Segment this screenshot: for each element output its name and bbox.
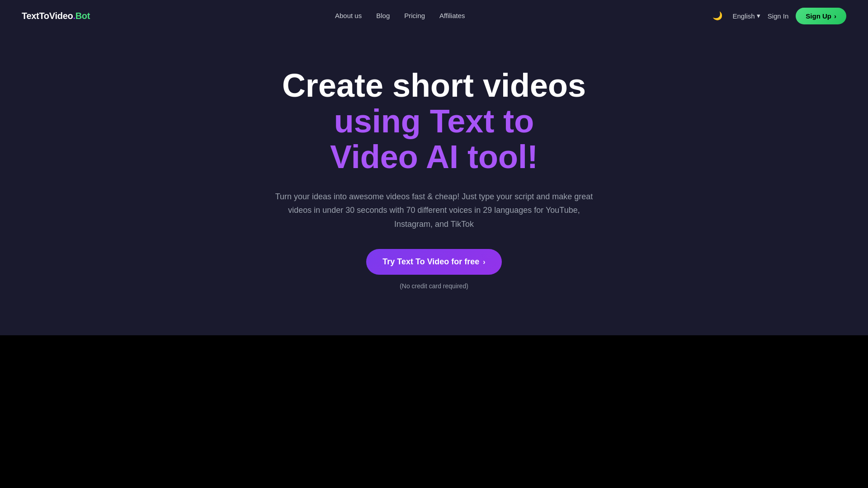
hero-subtitle: Turn your ideas into awesome videos fast… bbox=[271, 190, 597, 231]
video-card-4 bbox=[434, 335, 579, 488]
logo-bot: Bot bbox=[75, 11, 90, 21]
logo-text: TextToVideo bbox=[22, 11, 73, 21]
nav-right: 🌙 English ▾ Sign In Sign Up › bbox=[710, 8, 846, 24]
nav-links: About us Blog Pricing Affiliates bbox=[335, 12, 465, 20]
nav-blog[interactable]: Blog bbox=[376, 12, 390, 19]
navbar: TextToVideo.Bot About us Blog Pricing Af… bbox=[0, 0, 868, 32]
hero-title-line2: using Text to bbox=[334, 103, 534, 139]
video-card-5 bbox=[579, 335, 723, 488]
video-card-1 bbox=[0, 335, 145, 488]
hero-title-line3: Video AI tool! bbox=[330, 139, 538, 175]
no-credit-card-text: (No credit card required) bbox=[400, 282, 468, 290]
cta-label: Try Text To Video for free bbox=[382, 257, 479, 267]
moon-icon: 🌙 bbox=[712, 11, 722, 21]
hero-title-line1: Create short videos bbox=[282, 67, 586, 103]
nav-pricing[interactable]: Pricing bbox=[404, 12, 425, 19]
signup-arrow-icon: › bbox=[834, 12, 836, 20]
signup-button[interactable]: Sign Up › bbox=[796, 8, 846, 24]
hero-title: Create short videos using Text to Video … bbox=[252, 68, 616, 175]
hero-section: Create short videos using Text to Video … bbox=[231, 32, 637, 317]
logo[interactable]: TextToVideo.Bot bbox=[22, 11, 90, 21]
signup-label: Sign Up bbox=[806, 12, 831, 20]
nav-about-us[interactable]: About us bbox=[335, 12, 362, 19]
signin-button[interactable]: Sign In bbox=[768, 12, 789, 20]
video-grid bbox=[0, 335, 868, 488]
nav-affiliates[interactable]: Affiliates bbox=[439, 12, 465, 19]
cta-container: Try Text To Video for free › (No credit … bbox=[252, 249, 616, 290]
video-card-6 bbox=[723, 335, 868, 488]
cta-arrow-icon: › bbox=[483, 258, 485, 266]
cta-button[interactable]: Try Text To Video for free › bbox=[366, 249, 501, 275]
language-label: English bbox=[732, 12, 755, 20]
chevron-down-icon: ▾ bbox=[757, 12, 760, 20]
dark-mode-toggle[interactable]: 🌙 bbox=[710, 8, 725, 23]
video-card-2 bbox=[145, 335, 289, 488]
language-selector[interactable]: English ▾ bbox=[732, 12, 760, 20]
video-card-3 bbox=[289, 335, 434, 488]
